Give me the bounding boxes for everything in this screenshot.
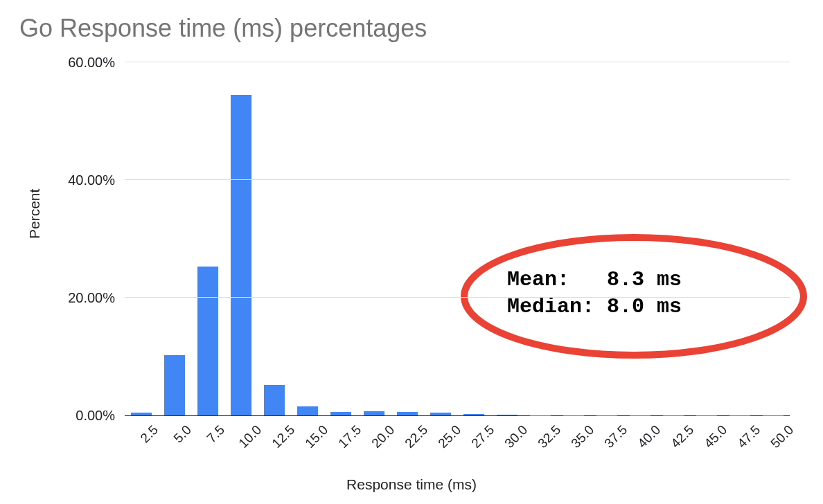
bar-slot: [291, 62, 324, 415]
x-label-slot: 37.5: [590, 418, 623, 467]
bar: [131, 413, 152, 415]
chart-container: Go Response time (ms) percentages Mean: …: [0, 0, 823, 504]
y-tick-label: 40.00%: [68, 172, 115, 188]
y-tick-label: 0.00%: [76, 408, 115, 424]
x-label-slot: 30.0: [490, 418, 524, 467]
x-tick-labels: 2.55.07.510.012.515.017.520.022.525.027.…: [125, 418, 790, 467]
x-label-slot: 2.5: [125, 418, 158, 467]
bar-slot: [258, 62, 291, 415]
gridline: [125, 297, 790, 298]
x-label-slot: 10.0: [224, 418, 258, 467]
bar: [330, 412, 352, 415]
bar-slot: [324, 62, 357, 415]
bar-slot: [125, 62, 158, 415]
bar-slot: [357, 62, 391, 415]
bar-slot: [158, 62, 191, 415]
bar: [430, 413, 452, 415]
bar-slot: [224, 62, 258, 415]
x-label-slot: 40.0: [623, 418, 657, 467]
x-label-slot: 17.5: [324, 418, 357, 467]
x-axis-title: Response time (ms): [346, 476, 477, 493]
y-axis-title: Percent: [26, 189, 43, 239]
bar: [231, 95, 252, 415]
bar-slot: [524, 62, 557, 415]
bar-slot: [623, 62, 657, 415]
bar: [164, 355, 186, 415]
bar-slot: [590, 62, 623, 415]
bar-slot: [723, 62, 756, 415]
x-label-slot: 12.5: [258, 418, 291, 467]
x-label-slot: 35.0: [557, 418, 590, 467]
chart-title: Go Response time (ms) percentages: [19, 14, 427, 43]
bar-slot: [490, 62, 524, 415]
x-label-slot: 22.5: [391, 418, 424, 467]
bar-slot: [424, 62, 457, 415]
x-label-slot: 25.0: [424, 418, 457, 467]
bar: [197, 267, 219, 415]
gridline: [125, 62, 790, 62]
bar: [264, 385, 285, 415]
bar-slot: [557, 62, 590, 415]
plot-area: Mean: 8.3 ms Median: 8.0 ms 0.00%20.00%4…: [125, 62, 790, 416]
bar: [497, 415, 518, 415]
bar-slot: [191, 62, 224, 415]
x-label-slot: 50.0: [756, 418, 790, 467]
x-label-slot: 47.5: [723, 418, 756, 467]
x-label-slot: 27.5: [457, 418, 490, 467]
x-label-slot: 42.5: [657, 418, 690, 467]
x-label-slot: 7.5: [191, 418, 224, 467]
bars-group: [125, 62, 790, 415]
x-label-slot: 15.0: [291, 418, 324, 467]
bar: [397, 412, 418, 415]
bar-slot: [457, 62, 490, 415]
x-label-slot: 45.0: [690, 418, 723, 467]
bar-slot: [391, 62, 424, 415]
x-label-slot: 5.0: [158, 418, 191, 467]
y-tick-label: 20.00%: [68, 290, 115, 306]
bar: [297, 406, 319, 415]
x-tick-label: 50.0: [768, 422, 797, 451]
bar: [463, 414, 485, 415]
x-label-slot: 20.0: [357, 418, 391, 467]
gridline: [125, 179, 790, 180]
y-tick-label: 60.00%: [68, 55, 115, 71]
bar: [364, 411, 385, 415]
bar-slot: [756, 62, 790, 415]
bar-slot: [690, 62, 723, 415]
bar-slot: [657, 62, 690, 415]
x-label-slot: 32.5: [524, 418, 557, 467]
